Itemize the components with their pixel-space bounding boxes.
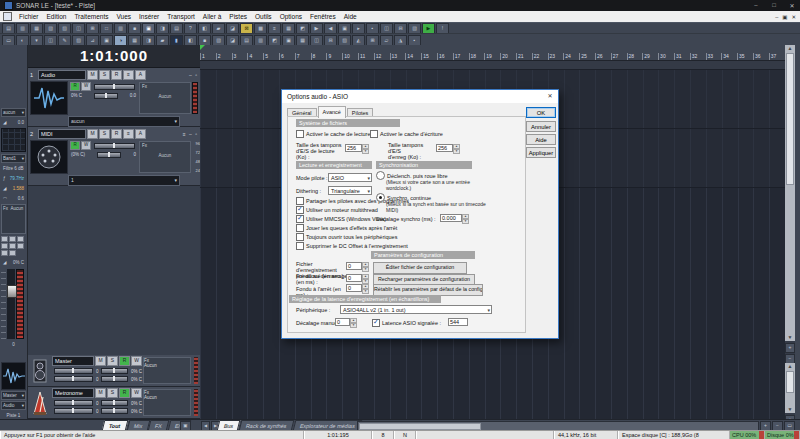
mute-button[interactable]: M xyxy=(95,356,106,366)
inspector-output-select[interactable]: Master▾ xyxy=(1,391,26,400)
radio-circle[interactable] xyxy=(376,193,385,202)
mdi-minimize-icon[interactable]: – xyxy=(775,14,778,20)
solo-button[interactable]: S xyxy=(99,129,110,139)
buffer-write-spinner[interactable]: ▲▼ xyxy=(453,144,460,152)
mdi-close-icon[interactable]: ✕ xyxy=(791,14,796,20)
time-ruler[interactable]: 1234567891011121314151617181920212223242… xyxy=(200,45,785,61)
volume-fader[interactable] xyxy=(1,269,26,339)
automation-write-button[interactable]: W xyxy=(81,82,91,91)
toolbar-button[interactable]: ▮ xyxy=(170,35,183,46)
fader-track[interactable] xyxy=(7,269,15,339)
menu-item[interactable]: Outils xyxy=(251,13,276,20)
mute-button[interactable]: M xyxy=(87,70,98,80)
checkbox-box[interactable] xyxy=(296,215,304,223)
reported-latency-input[interactable]: 544 xyxy=(448,318,468,326)
menu-item[interactable]: Fichier xyxy=(15,13,43,20)
checkbox-box[interactable] xyxy=(296,242,304,250)
option-checkbox[interactable]: Toujours ouvrir tous les périphériques xyxy=(296,233,397,241)
toolbar-button[interactable]: ▨ xyxy=(72,35,85,46)
automation-button[interactable]: A xyxy=(135,70,146,80)
manual-offset-input[interactable]: 0 xyxy=(335,318,350,326)
config-button[interactable]: Éditer fichier de configuration xyxy=(373,262,467,274)
bus-pan-slider[interactable] xyxy=(101,400,128,406)
inspector-buttons[interactable] xyxy=(1,236,26,256)
bus-pan-slider[interactable] xyxy=(101,408,128,414)
track-name-field[interactable]: MIDI xyxy=(38,129,86,139)
automation-write-button[interactable]: W xyxy=(131,356,142,366)
menu-item[interactable]: Edition xyxy=(43,13,71,20)
config-input[interactable]: 0 xyxy=(346,274,362,282)
menu-item[interactable]: Vues xyxy=(112,13,135,20)
dialog-button[interactable]: Annuler xyxy=(526,121,556,132)
toolbar-button[interactable]: ▭ xyxy=(2,35,15,46)
checkbox-box[interactable] xyxy=(296,233,304,241)
manual-offset-spinner[interactable]: ▲▼ xyxy=(350,318,357,326)
close-icon[interactable]: ✕ xyxy=(788,2,796,9)
gain-value[interactable]: 0.0 xyxy=(130,93,136,99)
input-echo-button[interactable]: ≡ xyxy=(123,70,134,80)
automation-read-button[interactable]: R xyxy=(70,141,80,150)
toolbar-button[interactable]: ⊿ xyxy=(86,35,99,46)
solo-button[interactable]: S xyxy=(107,388,118,398)
bus-volume-slider[interactable] xyxy=(54,368,93,374)
config-input[interactable]: 0 xyxy=(346,284,362,292)
eq-gain[interactable]: ◠0.6 xyxy=(1,194,26,203)
device-select[interactable]: ASIO4ALL v2 (1 in. 1 out) xyxy=(340,305,492,314)
toolbar-button[interactable]: ✎ xyxy=(58,35,71,46)
menu-item[interactable]: Aller à xyxy=(199,13,225,20)
eq-q[interactable]: ◢1.588 xyxy=(1,184,26,193)
mute-button[interactable]: M xyxy=(95,388,106,398)
inspector-type-select[interactable]: Audio▾ xyxy=(1,401,26,410)
record-arm-button[interactable]: R xyxy=(111,70,122,80)
scroll-down-icon[interactable]: ▼ xyxy=(785,406,795,413)
option-checkbox[interactable]: Utiliser un moteur multithread xyxy=(296,206,378,214)
bus-name-field[interactable]: Master xyxy=(52,356,94,366)
bus-pan-slider[interactable] xyxy=(101,376,128,382)
pan-slider[interactable] xyxy=(97,152,121,158)
scroll-up-icon[interactable]: ▲ xyxy=(785,363,795,370)
solo-button[interactable]: S xyxy=(99,70,110,80)
solo-button[interactable]: S xyxy=(107,356,118,366)
dialog-button[interactable]: Aide xyxy=(526,134,556,145)
dialog-button[interactable]: OK xyxy=(526,107,556,118)
toolbar-button[interactable]: ▦ xyxy=(296,35,309,46)
scrollbar-thumb[interactable] xyxy=(359,423,481,430)
strip-window-icons[interactable]: – ▫ xyxy=(189,72,198,78)
menu-item[interactable]: Aide xyxy=(340,13,361,20)
config-input[interactable]: 0 xyxy=(346,262,362,270)
dialog-close-icon[interactable]: ✕ xyxy=(542,90,558,103)
option-checkbox[interactable]: Supprimer le DC Offset à l'enregistremen… xyxy=(296,242,408,250)
buffer-read-input[interactable]: 256 xyxy=(345,144,362,152)
document-icon[interactable] xyxy=(3,12,12,21)
toolbar-button[interactable]: ■ xyxy=(198,35,211,46)
buffer-write-input[interactable]: 256 xyxy=(436,144,453,152)
menu-item[interactable]: Transport xyxy=(163,13,199,20)
toolbar-button[interactable]: ▥ xyxy=(254,35,267,46)
fx-bin[interactable]: FxAucun xyxy=(143,389,191,416)
toolbar-button[interactable]: ▰ xyxy=(156,35,169,46)
fx-bin[interactable]: FxAucun xyxy=(143,357,191,384)
reported-latency-checkbox[interactable]: Latence ASIO signalée : xyxy=(372,319,441,327)
eq-filter-type[interactable]: Filtre 6 dB xyxy=(1,164,26,173)
menu-item[interactable]: Options xyxy=(276,13,306,20)
sync-offset-input[interactable]: 0.000 xyxy=(440,214,462,222)
automation-write-button[interactable]: W xyxy=(81,141,91,150)
toolbar-button[interactable]: ⊟ xyxy=(324,35,337,46)
cache-write-checkbox[interactable]: Activer le cache d'écriture xyxy=(370,130,443,138)
checkbox-box[interactable] xyxy=(296,197,304,205)
toolbar-button[interactable]: ◧ xyxy=(184,35,197,46)
bus-volume-slider[interactable] xyxy=(54,400,93,406)
automation-read-button[interactable]: R xyxy=(70,82,80,91)
mute-button[interactable]: M xyxy=(87,129,98,139)
fx-bin[interactable]: Fx Aucun xyxy=(139,141,191,173)
scrollbar-thumb[interactable] xyxy=(786,371,794,393)
dialog-title-bar[interactable]: Options audio - ASIO ✕ xyxy=(282,90,558,103)
driver-mode-select[interactable]: ASIO xyxy=(328,173,372,182)
buffer-read-spinner[interactable]: ▲▼ xyxy=(362,144,369,152)
eq-plot[interactable] xyxy=(1,128,26,152)
eq-band-select[interactable]: Band1▾ xyxy=(1,154,26,163)
toolbar-button[interactable]: ◩ xyxy=(268,35,281,46)
automation-write-button[interactable]: W xyxy=(131,388,142,398)
pan-value[interactable]: 0% C xyxy=(71,93,82,99)
toolbar-button[interactable]: ◨ xyxy=(142,35,155,46)
